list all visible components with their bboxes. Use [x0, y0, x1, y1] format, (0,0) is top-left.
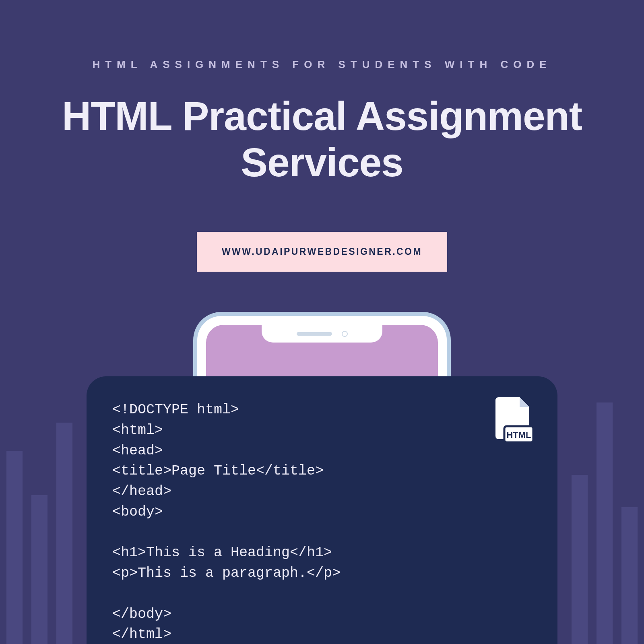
decorative-bar: [621, 507, 638, 644]
decorative-bar: [31, 495, 47, 644]
decorative-bars-right: [572, 402, 638, 644]
camera-icon: [342, 331, 348, 337]
speaker-icon: [297, 332, 332, 336]
url-badge: WWW.UDAIPURWEBDESIGNER.COM: [197, 232, 447, 272]
decorative-bars-left: [6, 423, 72, 644]
code-card: HTML <!DOCTYPE html> <html> <head> <titl…: [87, 376, 557, 644]
url-text: WWW.UDAIPURWEBDESIGNER.COM: [222, 246, 422, 257]
phone-illustration-wrap: HTML <!DOCTYPE html> <html> <head> <titl…: [0, 312, 644, 570]
html-file-icon: HTML: [495, 397, 533, 446]
decorative-bar: [572, 475, 588, 644]
decorative-bar: [56, 423, 72, 644]
decorative-bar: [6, 451, 23, 644]
phone-notch: [262, 325, 382, 343]
main-title: HTML Practical Assignment Services: [0, 93, 644, 186]
eyebrow-text: HTML ASSIGNMENTS FOR STUDENTS WITH CODE: [92, 58, 551, 71]
decorative-bar: [597, 402, 613, 644]
promo-card: HTML ASSIGNMENTS FOR STUDENTS WITH CODE …: [0, 0, 644, 644]
code-snippet: <!DOCTYPE html> <html> <head> <title>Pag…: [112, 400, 532, 644]
svg-text:HTML: HTML: [506, 430, 531, 440]
